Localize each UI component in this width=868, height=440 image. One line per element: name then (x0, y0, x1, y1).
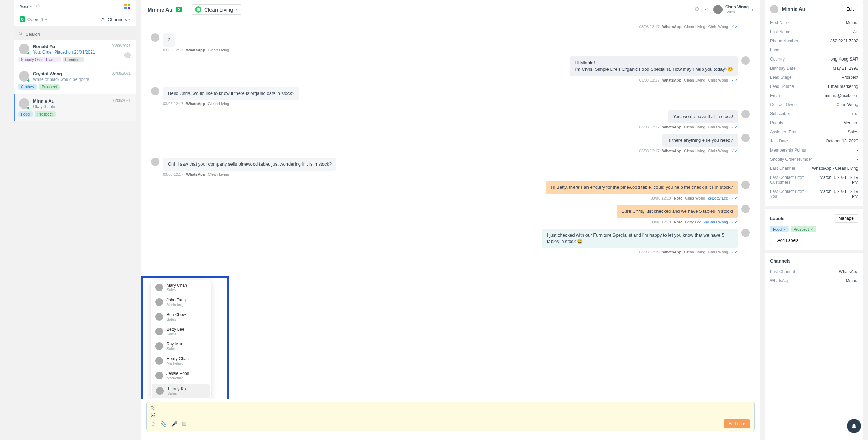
field-value: March 8, 2021 12:19 PM (818, 175, 858, 185)
chevron-down-icon: ▾ (236, 8, 238, 12)
mic-icon[interactable]: 🎤 (171, 421, 178, 427)
conversation-item[interactable]: Ronald Yu03/08/2021 You: Order Placed on… (14, 40, 136, 67)
chevron-down-icon: ▾ (30, 5, 32, 8)
field-key: Last Channel (770, 269, 795, 274)
remove-icon[interactable]: ✕ (783, 228, 786, 231)
avatar (19, 98, 29, 109)
field-value: May 21, 1998 (833, 66, 858, 71)
avatar (741, 56, 750, 65)
field-key: Last Contact From Customers (770, 175, 818, 185)
sidebar-header: You ▾ + (14, 0, 136, 13)
composer-input[interactable]: @ (151, 412, 750, 417)
assignee-role: Sales (725, 10, 749, 14)
channel-selector[interactable]: Clean Living ▾ (191, 4, 242, 15)
chevron-down-icon: ▾ (128, 18, 130, 21)
reply-indicator: Replying (151, 406, 750, 411)
conversation-item[interactable]: Crystal Wong03/08/2021 White or black wo… (14, 67, 136, 94)
status-filter[interactable]: O Open 6 ▾ (20, 16, 47, 22)
remove-icon[interactable]: ✕ (810, 228, 813, 231)
check-icon[interactable] (704, 7, 709, 12)
contact-panel: Minnie Au Edit First NameMinnieLast Name… (765, 0, 863, 440)
mention-item[interactable]: Tiffany KoSales (152, 384, 210, 398)
avatar (741, 110, 750, 118)
avatar (151, 33, 159, 42)
channels-section: Channels Last ChannelWhatsAppWhatsAppMin… (765, 250, 863, 290)
notifications-fab[interactable] (847, 419, 861, 433)
avatar (151, 158, 159, 166)
mention-dropdown: Mary ChanSalesJohn TangMarketingBen Chow… (151, 280, 211, 399)
avatar (741, 205, 750, 213)
message-bubble: Hi Betty, there's an enquiry for the pin… (546, 181, 738, 194)
history-icon[interactable] (695, 7, 699, 12)
inbox-selector[interactable]: You ▾ + (20, 4, 40, 9)
svg-point-0 (19, 32, 22, 35)
field-value: - (857, 148, 858, 153)
outgoing-message: Hi Betty, there's an enquiry for the pin… (151, 181, 750, 194)
conversation-date: 03/08/2021 (112, 98, 131, 104)
message-meta: 03/08 12:17WhatsAppClean LivingChris Won… (151, 125, 738, 130)
search-input[interactable] (26, 32, 131, 37)
message-bubble: Ohh i saw that your company sells pinewo… (163, 158, 336, 171)
template-icon[interactable]: ▤ (182, 421, 187, 427)
message-meta: 03/08 12:19WhatsAppClean LivingChris Won… (151, 250, 738, 254)
composer: Replying @ ☺ 📎 🎤 ▤ Add note (146, 402, 755, 431)
conversation-name: Minnie Au (33, 98, 55, 104)
composer-footer: ☺ 📎 🎤 ▤ Add note (151, 419, 750, 428)
chat-actions: Chris Wong Sales ▾ (695, 5, 753, 14)
field-key: Membership Points (770, 148, 806, 153)
conversation-list: Ronald Yu03/08/2021 You: Order Placed on… (14, 40, 136, 121)
message-meta: 03/08 12:18NoteChris Wong@Betty Lee✓✓ (151, 196, 738, 201)
label-chip[interactable]: Prospect ✕ (791, 226, 816, 232)
outgoing-message: Is there anything else you need? (151, 134, 750, 147)
avatar (155, 298, 163, 306)
contact-field-row: Phone Number+852 9221 7302 (770, 36, 858, 46)
field-key: Lead Source (770, 84, 794, 89)
mention-item[interactable]: Mary ChanSales (151, 280, 211, 295)
emoji-icon[interactable]: ☺ (151, 421, 156, 427)
contact-field-row: Birthday DateMay 21, 1998 (770, 64, 858, 73)
channels-title: Channels (770, 258, 791, 264)
add-labels-button[interactable]: + Add Labels (770, 236, 802, 245)
channels-filter[interactable]: All Channels ▾ (101, 17, 130, 22)
label-chip[interactable]: Food ✕ (770, 226, 789, 232)
field-key: Contact Owner (770, 102, 798, 107)
assignee-slot[interactable] (124, 52, 131, 58)
field-key: Country (770, 57, 785, 62)
add-note-button[interactable]: Add note (724, 419, 750, 428)
channels-label: All Channels (101, 17, 127, 22)
labels-title: Labels (770, 216, 784, 221)
label-chips: Food ✕Prospect ✕ (770, 226, 858, 232)
manage-labels-button[interactable]: Manage (834, 214, 858, 223)
mention-item[interactable]: Betty LeeSales (151, 324, 211, 339)
avatar (713, 5, 723, 14)
avatar (151, 87, 159, 95)
attach-icon[interactable]: 📎 (160, 421, 167, 427)
filter-row: O Open 6 ▾ All Channels ▾ (14, 13, 136, 26)
conversation-item[interactable]: Minnie Au03/08/2021 Okay thanks FoodPros… (14, 94, 136, 121)
mention-item[interactable]: Henry ChanMarketing (151, 354, 211, 368)
message-meta: 03/08 12:17WhatsAppClean LivingChris Won… (151, 78, 738, 83)
conversation-tag: Prospect (39, 84, 59, 90)
field-key: Priority (770, 120, 783, 125)
field-key: Assigned Team (770, 130, 799, 134)
mention-item[interactable]: Ray ManSales (151, 339, 211, 354)
mention-item[interactable]: Jessie PoonMarketing (151, 368, 211, 383)
conversation-tag: Furniture (63, 57, 84, 62)
contact-field-row: Lead SourceEmail marketing (770, 82, 858, 91)
edit-button[interactable]: Edit (842, 5, 858, 13)
mention-item[interactable]: Ben ChowSales (151, 309, 211, 324)
add-icon[interactable]: + (34, 4, 40, 9)
outgoing-message: Sure Chris, just checked and we have 5 t… (151, 205, 750, 218)
apps-grid-icon[interactable] (124, 4, 130, 9)
message-meta: 03/08 12:18NoteBetty Lee@Chris Wong✓✓ (151, 219, 738, 224)
avatar (155, 357, 163, 365)
mention-item[interactable]: John TangMarketing (151, 295, 211, 309)
channel-row: Last ChannelWhatsApp (770, 267, 858, 276)
conversation-tag: Prospect (35, 111, 55, 117)
message-meta: 03/08 12:17WhatsAppClean Living (163, 102, 750, 106)
open-status-icon: O (20, 16, 25, 22)
message-meta: 03/08 12:17WhatsAppClean Living (163, 48, 750, 52)
assignee-selector[interactable]: Chris Wong Sales ▾ (713, 5, 753, 14)
contact-name: Minnie Au (782, 6, 805, 12)
contact-fields: First NameMinnieLast NameAuPhone Number+… (765, 18, 863, 206)
